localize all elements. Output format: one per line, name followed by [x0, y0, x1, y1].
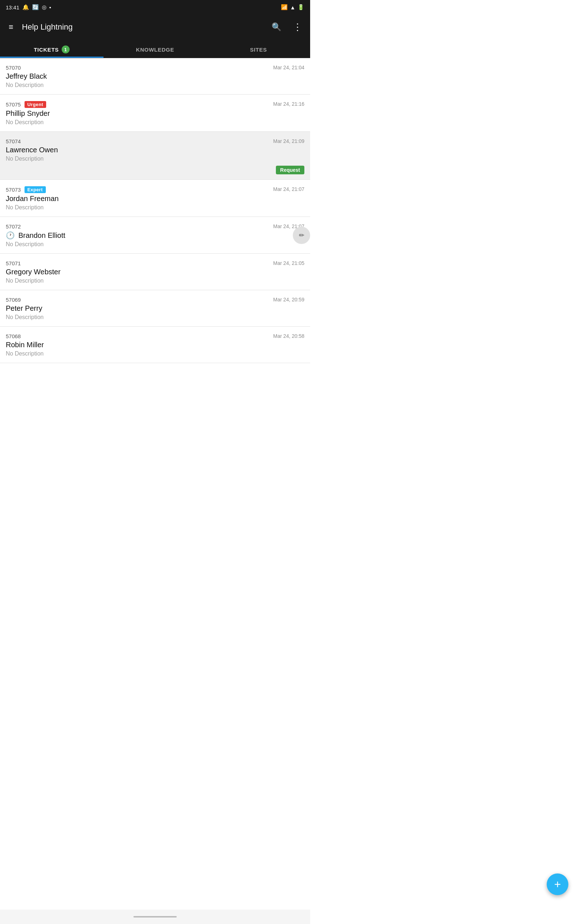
more-button[interactable]: ⋮: [290, 19, 305, 36]
ticket-description: No Description: [6, 241, 305, 247]
ticket-name: Lawrence Owen: [6, 146, 305, 154]
ticket-description: No Description: [6, 204, 305, 211]
ticket-description: No Description: [6, 155, 305, 162]
ticket-item[interactable]: 57069Mar 24, 20:59Peter PerryNo Descript…: [0, 290, 310, 327]
ticket-id: 57068: [6, 333, 21, 339]
ticket-header: 57070Mar 24, 21:04: [6, 65, 305, 71]
urgent-badge: Urgent: [24, 101, 46, 108]
ticket-item[interactable]: 57071Mar 24, 21:05Gregory WebsterNo Desc…: [0, 254, 310, 290]
ticket-date: Mar 24, 21:07: [273, 186, 305, 192]
ticket-id: 57075: [6, 102, 21, 108]
ticket-item[interactable]: 57068Mar 24, 20:58Robin MillerNo Descrip…: [0, 327, 310, 363]
ticket-name: Jordan Freeman: [6, 195, 305, 203]
ticket-header: 57068Mar 24, 20:58: [6, 333, 305, 339]
ticket-header: 57073ExpertMar 24, 21:07: [6, 186, 305, 193]
ticket-id: 57070: [6, 65, 21, 71]
ticket-item[interactable]: 57073ExpertMar 24, 21:07Jordan FreemanNo…: [0, 180, 310, 217]
status-bar: 13:41 🔔 🔄 ◎ • 📶 ▲ 🔋: [0, 0, 310, 15]
ticket-name: Robin Miller: [6, 341, 305, 349]
expert-badge: Expert: [24, 186, 46, 193]
ticket-item[interactable]: 57070Mar 24, 21:04Jeffrey BlackNo Descri…: [0, 58, 310, 95]
wifi-icon: ▲: [290, 4, 295, 10]
search-button[interactable]: 🔍: [269, 19, 284, 35]
app-toolbar: ≡ Help Lightning 🔍 ⋮: [0, 15, 310, 40]
ticket-list: 57070Mar 24, 21:04Jeffrey BlackNo Descri…: [0, 58, 310, 363]
ticket-date: Mar 24, 21:04: [273, 65, 305, 70]
signal-icon: 📶: [281, 4, 288, 10]
ticket-name: Phillip Snyder: [6, 109, 305, 118]
app-title: Help Lightning: [22, 23, 263, 32]
ticket-item[interactable]: 57072Mar 24, 21:07🕐Brandon ElliottNo Des…: [0, 217, 310, 254]
ticket-name: Peter Perry: [6, 304, 305, 313]
ticket-date: Mar 24, 21:09: [273, 138, 305, 144]
ticket-name: Jeffrey Black: [6, 72, 305, 81]
ticket-name: 🕐Brandon Elliott: [6, 231, 305, 240]
ticket-description: No Description: [6, 351, 305, 357]
request-badge[interactable]: Request: [276, 166, 305, 174]
ticket-name: Gregory Webster: [6, 268, 305, 276]
ticket-date: Mar 24, 20:58: [273, 333, 305, 339]
ticket-id: 57073: [6, 187, 21, 193]
status-bar-right: 📶 ▲ 🔋: [281, 4, 305, 10]
ticket-id: 57071: [6, 260, 21, 267]
status-time: 13:41: [6, 4, 19, 10]
ticket-description: No Description: [6, 278, 305, 284]
ticket-date: Mar 24, 20:59: [273, 297, 305, 302]
tab-knowledge[interactable]: KNOWLEDGE: [103, 40, 207, 58]
ticket-id: 57069: [6, 297, 21, 303]
tab-tickets-label: TICKETS: [34, 47, 59, 53]
clock-icon: 🕐: [6, 231, 15, 240]
ticket-header: 57074Mar 24, 21:09: [6, 138, 305, 144]
ticket-description: No Description: [6, 314, 305, 320]
tab-bar: TICKETS 1 KNOWLEDGE SITES: [0, 40, 310, 58]
tab-tickets[interactable]: TICKETS 1: [0, 40, 103, 58]
ticket-description: No Description: [6, 82, 305, 89]
ticket-header: 57075UrgentMar 24, 21:16: [6, 101, 305, 108]
notification-icon: 🔔: [23, 4, 29, 10]
sync-icon: 🔄: [32, 4, 39, 10]
location-icon: ◎: [42, 4, 47, 10]
tab-sites-label: SITES: [250, 47, 267, 53]
ticket-header: 57071Mar 24, 21:05: [6, 260, 305, 267]
tab-sites[interactable]: SITES: [206, 40, 310, 58]
dot-icon: •: [49, 4, 51, 10]
menu-button[interactable]: ≡: [6, 19, 16, 35]
ticket-item[interactable]: 57074Mar 24, 21:09Lawrence OwenNo Descri…: [0, 132, 310, 180]
ticket-id: 57072: [6, 223, 21, 229]
tab-tickets-badge: 1: [62, 45, 69, 53]
ticket-date: Mar 24, 21:05: [273, 260, 305, 266]
ticket-item[interactable]: 57075UrgentMar 24, 21:16Phillip SnyderNo…: [0, 95, 310, 132]
status-bar-left: 13:41 🔔 🔄 ◎ •: [6, 4, 51, 10]
ticket-header: 57072Mar 24, 21:07: [6, 223, 305, 229]
ticket-id: 57074: [6, 138, 21, 144]
edit-fab[interactable]: ✏: [293, 227, 310, 244]
ticket-description: No Description: [6, 119, 305, 126]
ticket-header: 57069Mar 24, 20:59: [6, 297, 305, 303]
tab-knowledge-label: KNOWLEDGE: [136, 47, 174, 53]
battery-icon: 🔋: [298, 4, 305, 10]
ticket-date: Mar 24, 21:16: [273, 101, 305, 107]
